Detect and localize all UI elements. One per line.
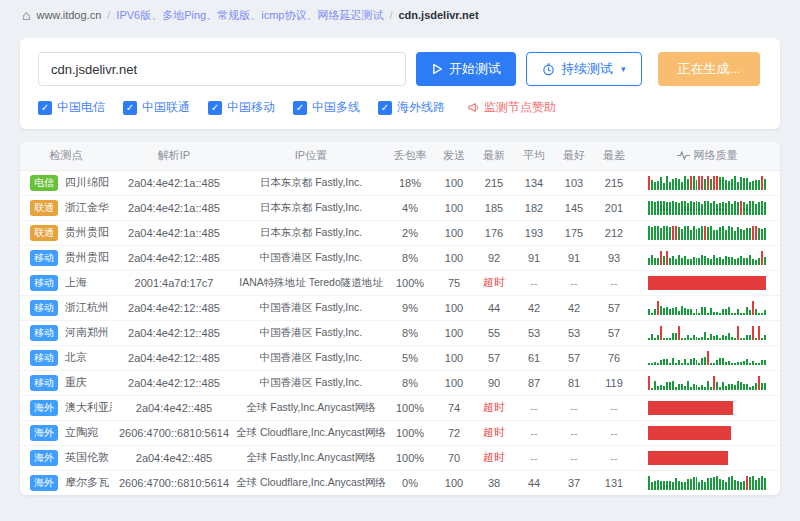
host-input[interactable] — [38, 52, 406, 86]
latest-latency-cell: 90 — [474, 370, 514, 395]
latest-latency-cell: 176 — [474, 220, 514, 245]
start-test-button[interactable]: 开始测试 — [416, 52, 516, 86]
avg-latency-cell: 42 — [514, 295, 554, 320]
main-content: 开始测试 持续测试 ▾ 正在生成... ✓中国电信✓中国联通✓中国移动✓中国多线… — [0, 30, 800, 495]
network-quality-cell — [634, 170, 780, 195]
node-cell: 移动河南郑州 — [20, 320, 112, 345]
latest-latency-cell: 92 — [474, 245, 514, 270]
ip-location-cell: 全球 Fastly,Inc.Anycast网络 — [236, 445, 386, 470]
carrier-badge: 电信 — [30, 175, 58, 191]
ip-location-cell: 日本东京都 Fastly,Inc. — [236, 195, 386, 220]
avg-latency-cell: -- — [514, 270, 554, 295]
carrier-badge: 联通 — [30, 225, 58, 241]
checkbox-checked-icon[interactable]: ✓ — [293, 101, 307, 115]
packet-loss-cell: 8% — [386, 370, 434, 395]
ip-location-cell: 日本东京都 Fastly,Inc. — [236, 170, 386, 195]
packet-loss-cell: 18% — [386, 170, 434, 195]
ip-location-cell: 中国香港区 Fastly,Inc. — [236, 245, 386, 270]
sent-cell: 100 — [434, 195, 474, 220]
node-location: 重庆 — [65, 376, 87, 388]
column-header-1: 解析IP — [112, 142, 236, 170]
best-latency-cell: 57 — [554, 345, 594, 370]
node-location: 浙江杭州 — [65, 301, 109, 313]
network-quality-chart — [648, 251, 766, 265]
checkbox-checked-icon[interactable]: ✓ — [38, 101, 52, 115]
resolved-ip-cell: 2606:4700::6810:5614 — [112, 470, 236, 495]
column-header-7: 最好 — [554, 142, 594, 170]
breadcrumb-separator: / — [107, 9, 110, 21]
megaphone-icon — [467, 101, 480, 114]
resolved-ip-cell: 2a04:4e42:12::485 — [112, 345, 236, 370]
best-latency-cell: 81 — [554, 370, 594, 395]
carrier-badge: 海外 — [30, 450, 58, 466]
network-quality-cell — [634, 245, 780, 270]
ip-location-cell: 中国香港区 Fastly,Inc. — [236, 370, 386, 395]
breadcrumb-home[interactable]: www.itdog.cn — [36, 9, 101, 21]
sent-cell: 70 — [434, 445, 474, 470]
breadcrumb-category[interactable]: IPV6版、多地Ping、常规版、icmp协议、网络延迟测试 — [116, 8, 383, 23]
resolved-ip-cell: 2a04:4e42:1a::485 — [112, 195, 236, 220]
table-row: 移动贵州贵阳2a04:4e42:12::485中国香港区 Fastly,Inc.… — [20, 245, 780, 270]
checkbox-label: 中国电信 — [57, 99, 105, 116]
packet-loss-cell: 8% — [386, 320, 434, 345]
carrier-badge: 移动 — [30, 350, 58, 366]
column-header-label: 最好 — [563, 149, 585, 161]
worst-latency-cell: 76 — [594, 345, 634, 370]
checkbox-checked-icon[interactable]: ✓ — [208, 101, 222, 115]
worst-latency-cell: -- — [594, 420, 634, 445]
line-checkbox-3[interactable]: ✓中国多线 — [293, 99, 360, 116]
resolved-ip-cell: 2a04:4e42:12::485 — [112, 295, 236, 320]
column-header-8: 最差 — [594, 142, 634, 170]
start-test-label: 开始测试 — [449, 60, 501, 78]
breadcrumb-separator: / — [389, 9, 392, 21]
avg-latency-cell: 87 — [514, 370, 554, 395]
node-cell: 联通浙江金华 — [20, 195, 112, 220]
worst-latency-cell: -- — [594, 445, 634, 470]
table-row: 移动上海2001:4a7d:17c7IANA特殊地址 Teredo隧道地址100… — [20, 270, 780, 295]
line-checkbox-4[interactable]: ✓海外线路 — [378, 99, 445, 116]
play-icon — [431, 63, 443, 75]
column-header-label: 最新 — [483, 149, 505, 161]
network-quality-chart — [648, 351, 766, 365]
packet-loss-cell: 0% — [386, 470, 434, 495]
node-cell: 电信四川绵阳 — [20, 170, 112, 195]
carrier-badge: 移动 — [30, 325, 58, 341]
sent-cell: 100 — [434, 170, 474, 195]
node-location: 浙江金华 — [65, 201, 109, 213]
packet-loss-cell: 5% — [386, 345, 434, 370]
resolved-ip-cell: 2001:4a7d:17c7 — [112, 270, 236, 295]
column-header-9: 网络质量 — [634, 142, 780, 170]
network-quality-cell — [634, 395, 780, 420]
generating-button[interactable]: 正在生成... — [658, 52, 761, 86]
checkbox-checked-icon[interactable]: ✓ — [123, 101, 137, 115]
checkbox-checked-icon[interactable]: ✓ — [378, 101, 392, 115]
ip-location-cell: 全球 Cloudflare,Inc.Anycast网络 — [236, 420, 386, 445]
network-quality-chart — [648, 176, 766, 190]
column-header-label: 平均 — [523, 149, 545, 161]
latest-latency-cell: 超时 — [474, 445, 514, 470]
sent-cell: 100 — [434, 320, 474, 345]
line-checkbox-1[interactable]: ✓中国联通 — [123, 99, 190, 116]
table-row: 移动北京2a04:4e42:12::485中国香港区 Fastly,Inc.5%… — [20, 345, 780, 370]
carrier-badge: 海外 — [30, 475, 58, 491]
line-checkbox-0[interactable]: ✓中国电信 — [38, 99, 105, 116]
latest-latency-cell: 超时 — [474, 270, 514, 295]
network-quality-chart — [648, 476, 766, 490]
node-location: 贵州贵阳 — [65, 226, 109, 238]
results-tbody: 电信四川绵阳2a04:4e42:1a::485日本东京都 Fastly,Inc.… — [20, 170, 780, 495]
network-quality-cell — [634, 295, 780, 320]
avg-latency-cell: -- — [514, 420, 554, 445]
sponsor-link[interactable]: 监测节点赞助 — [467, 99, 556, 116]
table-row: 海外澳大利亚悉尼2a04:4e42::485全球 Fastly,Inc.Anyc… — [20, 395, 780, 420]
latest-latency-cell: 44 — [474, 295, 514, 320]
network-quality-cell — [634, 345, 780, 370]
ip-location-cell: 中国香港区 Fastly,Inc. — [236, 320, 386, 345]
resolved-ip-cell: 2a04:4e42:1a::485 — [112, 170, 236, 195]
sent-cell: 100 — [434, 470, 474, 495]
column-header-label: 检测点 — [50, 149, 83, 161]
resolved-ip-cell: 2a04:4e42:12::485 — [112, 245, 236, 270]
avg-latency-cell: -- — [514, 395, 554, 420]
ip-location-cell: 中国香港区 Fastly,Inc. — [236, 295, 386, 320]
continuous-test-button[interactable]: 持续测试 ▾ — [526, 52, 642, 86]
line-checkbox-2[interactable]: ✓中国移动 — [208, 99, 275, 116]
